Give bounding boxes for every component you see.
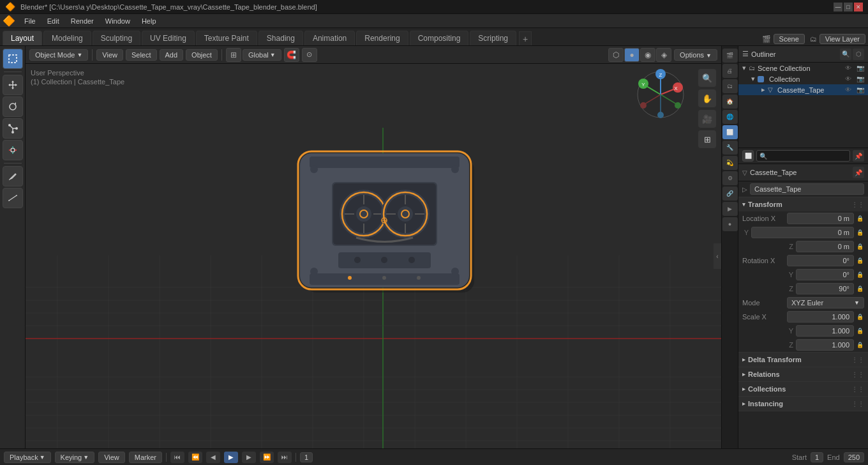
marker-menu[interactable]: Marker <box>129 452 162 463</box>
next-keyframe-button[interactable]: ⏩ <box>260 452 274 463</box>
transform-header[interactable]: ▾ Transform ⋮⋮ <box>738 197 868 211</box>
prop-constraints-icon[interactable]: 🔗 <box>722 187 738 201</box>
pan-gizmo[interactable]: ✋ <box>698 89 716 107</box>
scale-z-value[interactable]: 1.000 <box>796 339 854 351</box>
delta-transform-header[interactable]: ▸ Delta Transform ⋮⋮ <box>738 353 868 367</box>
rotation-z-value[interactable]: 90° <box>796 283 854 294</box>
shading-solid[interactable]: ● <box>624 48 640 62</box>
scale-y-value[interactable]: 1.000 <box>796 325 854 337</box>
rotation-x-lock[interactable]: 🔒 <box>855 256 864 265</box>
prop-render-icon[interactable]: 🎬 <box>722 49 738 63</box>
close-button[interactable]: ✕ <box>854 3 863 11</box>
prop-physics-icon[interactable]: ⚙ <box>722 171 738 185</box>
location-z-lock[interactable]: 🔒 <box>855 242 864 251</box>
outliner-collection[interactable]: ▾ Collection 👁 📷 <box>738 73 868 84</box>
tab-animation[interactable]: Animation <box>304 31 355 45</box>
pin-object-button[interactable]: 📌 <box>853 167 864 178</box>
rotation-y-value[interactable]: 0° <box>796 269 854 280</box>
prop-world-icon[interactable]: 🌐 <box>722 110 738 124</box>
tab-shading[interactable]: Shading <box>258 31 303 45</box>
shading-wireframe[interactable]: ⬡ <box>608 48 624 62</box>
view-layer-selector[interactable]: View Layer <box>819 34 865 44</box>
current-frame[interactable]: 1 <box>300 452 313 462</box>
menu-window[interactable]: Window <box>100 16 135 26</box>
add-workspace-button[interactable]: + <box>519 31 532 45</box>
select-box-tool[interactable] <box>3 49 23 69</box>
proportional-icon[interactable]: ⊙ <box>302 48 317 62</box>
navigation-gizmo[interactable]: X Y Z <box>635 69 686 120</box>
tab-layout[interactable]: Layout <box>3 31 42 45</box>
prop-material-icon[interactable]: ● <box>722 217 738 231</box>
prop-output-icon[interactable]: 🖨 <box>722 64 738 78</box>
transform-orientation-icon[interactable]: ⊞ <box>226 48 241 62</box>
options-button[interactable]: Options ▼ <box>674 49 717 61</box>
camera-gizmo[interactable]: 🎥 <box>698 110 716 128</box>
instancing-header[interactable]: ▸ Instancing ⋮⋮ <box>738 397 868 411</box>
snap-icon[interactable]: 🧲 <box>284 48 299 62</box>
scale-x-value[interactable]: 1.000 <box>787 311 854 323</box>
minimize-button[interactable]: — <box>834 3 842 11</box>
scale-z-lock[interactable]: 🔒 <box>855 340 864 349</box>
tab-modeling[interactable]: Modeling <box>43 31 91 45</box>
grid-gizmo[interactable]: ⊞ <box>698 130 716 148</box>
outliner-filter-button[interactable]: ⬡ <box>853 49 864 60</box>
prop-object-icon[interactable]: ⬜ <box>722 125 738 139</box>
rotation-y-lock[interactable]: 🔒 <box>855 270 864 279</box>
move-tool[interactable] <box>3 75 23 95</box>
prop-modifier-icon[interactable]: 🔧 <box>722 141 738 155</box>
props-icon-1[interactable]: ⬜ <box>742 150 754 162</box>
tab-rendering[interactable]: Rendering <box>356 31 408 45</box>
menu-file[interactable]: File <box>19 16 41 26</box>
scale-x-lock[interactable]: 🔒 <box>855 312 864 321</box>
outliner-scene-collection[interactable]: ▾ 🗂 Scene Collection 👁 📷 <box>738 63 868 73</box>
scale-tool[interactable] <box>3 118 23 139</box>
prop-data-icon[interactable]: ▶ <box>722 202 738 216</box>
start-frame[interactable]: 1 <box>811 452 823 462</box>
prev-frame-button[interactable]: ◀ <box>206 452 220 463</box>
jump-start-button[interactable]: ⏮ <box>170 452 184 463</box>
location-z-value[interactable]: 0 m <box>796 241 854 252</box>
play-button[interactable]: ▶ <box>224 452 238 463</box>
menu-render[interactable]: Render <box>66 16 99 26</box>
end-frame[interactable]: 250 <box>844 452 864 462</box>
rotate-tool[interactable] <box>3 96 23 117</box>
collapse-panel-button[interactable]: ‹ <box>714 243 721 269</box>
zoom-gizmo[interactable]: 🔍 <box>698 69 716 87</box>
timeline-view-menu[interactable]: View <box>98 452 125 463</box>
tab-compositing[interactable]: Compositing <box>410 31 469 45</box>
viewport[interactable]: Object Mode ▼ View Select Add Object ⊞ G… <box>26 46 721 448</box>
shading-material[interactable]: ◉ <box>640 48 655 62</box>
object-render-icon[interactable]: 📷 <box>857 86 864 93</box>
location-y-lock[interactable]: 🔒 <box>855 228 864 237</box>
pin-button[interactable]: 📌 <box>853 150 864 162</box>
shading-rendered[interactable]: ◈ <box>656 48 671 62</box>
vis-eye-icon[interactable]: 👁 <box>845 65 851 72</box>
jump-end-button[interactable]: ⏭ <box>278 452 292 463</box>
object-mode-button[interactable]: Object Mode ▼ <box>29 49 88 61</box>
measure-tool[interactable] <box>3 188 23 208</box>
transform-tool[interactable] <box>3 140 23 160</box>
location-x-value[interactable]: 0 m <box>787 213 854 224</box>
location-x-lock[interactable]: 🔒 <box>855 214 864 223</box>
tab-scripting[interactable]: Scripting <box>470 31 516 45</box>
tab-uv-editing[interactable]: UV Editing <box>142 31 195 45</box>
scene-selector[interactable]: Scene <box>774 34 805 44</box>
menu-help[interactable]: Help <box>137 16 161 26</box>
vis-render-icon[interactable]: 📷 <box>857 65 864 72</box>
prev-keyframe-button[interactable]: ⏪ <box>188 452 202 463</box>
transform-orientation[interactable]: Global ▼ <box>243 49 281 61</box>
outliner-cassette-tape[interactable]: ▸ ▽ Cassette_Tape 👁 📷 <box>738 84 868 95</box>
prop-scene-icon[interactable]: 🏠 <box>722 95 738 109</box>
add-menu[interactable]: Add <box>160 49 184 61</box>
prop-particles-icon[interactable]: 💫 <box>722 156 738 170</box>
playback-menu[interactable]: Playback ▼ <box>4 452 51 463</box>
outliner-search-button[interactable]: 🔍 <box>840 49 851 60</box>
collection-render-icon[interactable]: 📷 <box>857 75 864 82</box>
tab-texture-paint[interactable]: Texture Paint <box>196 31 257 45</box>
select-menu[interactable]: Select <box>126 49 157 61</box>
relations-header[interactable]: ▸ Relations ⋮⋮ <box>738 367 868 381</box>
view-menu[interactable]: View <box>96 49 123 61</box>
object-menu[interactable]: Object <box>186 49 218 61</box>
scale-y-lock[interactable]: 🔒 <box>855 326 864 335</box>
keying-menu[interactable]: Keying ▼ <box>55 452 95 463</box>
